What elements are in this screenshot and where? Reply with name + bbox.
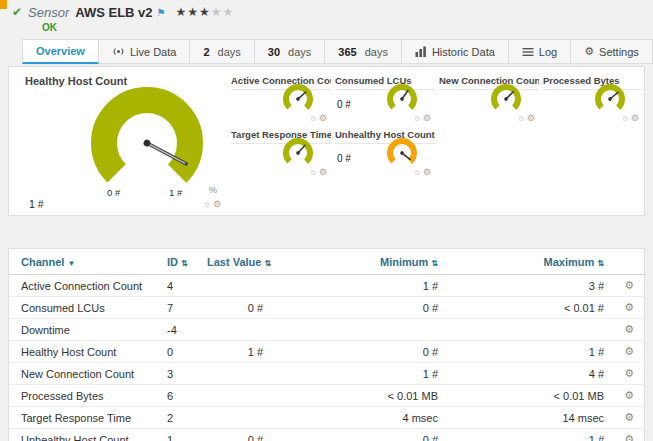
channel-name: Target Response Time	[9, 407, 159, 429]
gauge-option-icons[interactable]: ☼⚙	[309, 167, 329, 177]
channel-minimum: 0 #	[271, 429, 446, 441]
tab-30-days[interactable]: 30days	[255, 39, 326, 64]
gauge-option-icons[interactable]: ☼⚙	[203, 199, 223, 209]
table-row: Downtime -4 ⚙	[9, 319, 646, 341]
channel-settings-icon[interactable]: ⚙	[612, 429, 646, 441]
tab-historic-data[interactable]: Historic Data	[402, 39, 509, 64]
sort-icon: ⇅	[597, 259, 604, 268]
channel-maximum: 14 msec	[446, 407, 612, 429]
gauge-cell-unhealthy-host-count: Unhealthy Host Count 0 # ☼⚙	[335, 127, 435, 179]
status-badge: OK	[42, 22, 653, 33]
gauge-cell-processed-bytes: Processed Bytes ☼⚙	[543, 73, 643, 125]
channel-name: Unhealthy Host Count	[9, 429, 159, 441]
gauge-option-icons[interactable]: ☼⚙	[621, 113, 641, 123]
channel-gauge[interactable]	[489, 82, 523, 116]
tab-live-data[interactable]: Live Data	[99, 39, 190, 64]
gear-icon: ⚙	[584, 45, 594, 58]
table-row: Target Response Time 2 4 msec 14 msec ⚙	[9, 407, 646, 429]
channel-name: Healthy Host Count	[9, 341, 159, 363]
gauge-needle	[399, 150, 411, 161]
tab-log[interactable]: Log	[509, 39, 571, 64]
gauge-option-icons[interactable]: ☼⚙	[517, 113, 537, 123]
gauge-scale-max: 1 #	[169, 187, 182, 198]
channel-id: 1	[159, 429, 199, 441]
sort-icon: ⇅	[431, 259, 438, 268]
gear-icon: ⚙	[213, 199, 223, 209]
gauge-cell-target-response-time: Target Response Time ☼⚙	[231, 127, 331, 179]
column-header-id[interactable]: ID⇅	[159, 249, 199, 275]
sensor-header: ✔ Sensor AWS ELB v2 ⚑ ★★★★★ OK	[0, 0, 653, 36]
gauge-scale-min: 0 #	[107, 187, 120, 198]
live-data-icon	[112, 46, 125, 57]
channel-maximum: 1 #	[446, 341, 612, 363]
tab-label-unit: days	[218, 46, 241, 58]
gauge-cell-active-connection-count: Active Connection Count ☼⚙	[231, 73, 331, 125]
tab-label: Live Data	[130, 46, 176, 58]
channel-maximum: 1 #	[446, 429, 612, 441]
gauge-current-value: 1 #	[29, 198, 44, 210]
status-check-icon: ✔	[12, 5, 22, 20]
channel-id: 0	[159, 341, 199, 363]
gauge-needle	[295, 90, 307, 101]
channel-last-value	[199, 363, 271, 385]
tab-label: Settings	[599, 46, 639, 58]
channel-minimum: < 0.01 MB	[271, 385, 446, 407]
channel-id: 6	[159, 385, 199, 407]
tab-365-days[interactable]: 365days	[325, 39, 402, 64]
gauge-cell-consumed-lcus: Consumed LCUs 0 # ☼⚙	[335, 73, 435, 125]
sun-icon: ☼	[413, 167, 423, 177]
channel-settings-icon[interactable]: ⚙	[612, 297, 646, 319]
primary-channel-gauge: Healthy Host Count 0 # 1 # 1 # % ☼⚙	[17, 73, 229, 211]
gauge-current-value: 0 #	[337, 153, 351, 164]
sun-icon: ☼	[621, 113, 631, 123]
gauge-needle	[295, 144, 306, 156]
healthy-host-count-gauge[interactable]	[89, 85, 205, 201]
channel-maximum	[446, 319, 612, 341]
sun-icon: ☼	[309, 167, 319, 177]
gauge-option-icons[interactable]: ☼⚙	[413, 113, 433, 123]
tab-label-number: 30	[268, 46, 280, 58]
channel-gauge[interactable]	[385, 82, 419, 116]
corner-accent	[0, 0, 7, 9]
tab-label-unit: days	[365, 46, 388, 58]
channel-name: New Connection Count	[9, 363, 159, 385]
gauge-needle	[399, 89, 409, 102]
channel-minimum	[271, 319, 446, 341]
channel-minimum: 1 #	[271, 363, 446, 385]
channel-settings-icon[interactable]: ⚙	[612, 341, 646, 363]
channel-gauge[interactable]	[281, 136, 315, 170]
tab-overview[interactable]: Overview	[22, 39, 99, 64]
sun-icon: ☼	[309, 113, 319, 123]
priority-stars[interactable]: ★★★★★	[176, 5, 235, 20]
channel-gauge[interactable]	[385, 136, 419, 170]
gauge-option-icons[interactable]: ☼⚙	[309, 113, 329, 123]
channel-minimum: 0 #	[271, 341, 446, 363]
channel-settings-icon[interactable]: ⚙	[612, 319, 646, 341]
column-header-minimum[interactable]: Minimum⇅	[271, 249, 446, 275]
column-header-channel[interactable]: Channel▼	[9, 249, 159, 275]
gear-icon: ⚙	[423, 167, 433, 177]
channel-gauge[interactable]	[281, 82, 315, 116]
channel-maximum: 3 #	[446, 275, 612, 297]
tab-label-number: 365	[338, 46, 356, 58]
channel-last-value: 0 #	[199, 429, 271, 441]
channel-settings-icon[interactable]: ⚙	[612, 407, 646, 429]
sort-icon: ⇅	[264, 259, 271, 268]
channel-settings-icon[interactable]: ⚙	[612, 275, 646, 297]
tab-settings[interactable]: ⚙ Settings	[571, 39, 653, 64]
column-header-last-value[interactable]: Last Value⇅	[199, 249, 271, 275]
channel-gauge[interactable]	[593, 82, 627, 116]
stars-filled: ★★★	[176, 5, 211, 19]
channel-table: Channel▼ ID⇅ Last Value⇅ Minimum⇅ Maximu…	[9, 249, 646, 441]
channel-last-value: 0 #	[199, 297, 271, 319]
channel-settings-icon[interactable]: ⚙	[612, 385, 646, 407]
tab-label: Historic Data	[432, 46, 495, 58]
gauge-needle	[503, 90, 515, 102]
tab-2-days[interactable]: 2days	[190, 39, 254, 64]
table-row: Processed Bytes 6 < 0.01 MB < 0.01 MB ⚙	[9, 385, 646, 407]
gauge-option-icons[interactable]: ☼⚙	[413, 167, 433, 177]
column-header-maximum[interactable]: Maximum⇅	[446, 249, 612, 275]
table-row: Active Connection Count 4 1 # 3 # ⚙	[9, 275, 646, 297]
gauge-current-value: 0 #	[337, 99, 351, 110]
channel-settings-icon[interactable]: ⚙	[612, 363, 646, 385]
